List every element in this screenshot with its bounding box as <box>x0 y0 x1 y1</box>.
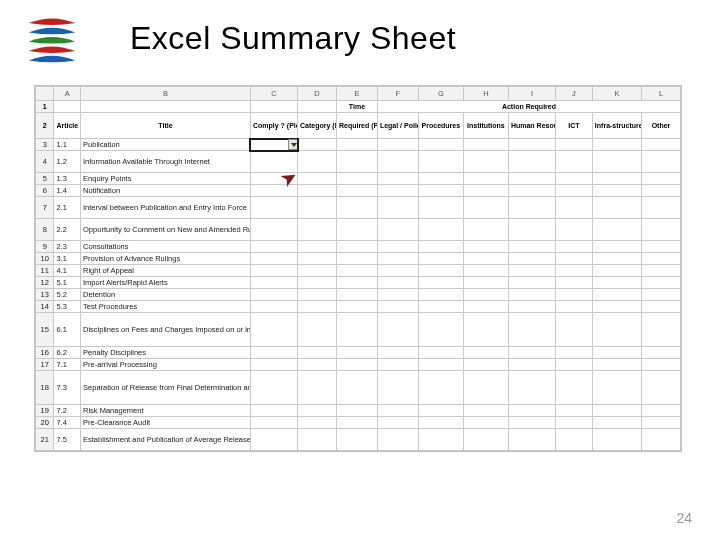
table-row: 114.1Right of Appeal <box>36 265 681 277</box>
table-row: 31.1Publication Fully Substantially Part… <box>36 139 681 151</box>
table-row: 177.1Pre-arrival Processing <box>36 359 681 371</box>
table-row: 207.4Pre-Clearance Audit <box>36 417 681 429</box>
col-L[interactable]: L <box>642 87 681 101</box>
col-F[interactable]: F <box>377 87 418 101</box>
page-number: 24 <box>676 510 692 526</box>
table-row: 103.1Provision of Advance Rulings <box>36 253 681 265</box>
hdr-infra: Infra-structure / Equipment <box>592 113 641 139</box>
active-cell-C3[interactable]: Fully Substantially Partially No Not App… <box>250 139 297 151</box>
table-row: 72.1Interval between Publication and Ent… <box>36 197 681 219</box>
col-C[interactable]: C <box>250 87 297 101</box>
hdr-title: Title <box>81 113 251 139</box>
hdr-comply: Comply ? (Pick One) <box>250 113 297 139</box>
table-row: 145.3Test Procedures <box>36 301 681 313</box>
hdr-legal: Legal / Policy <box>377 113 418 139</box>
hdr-institutions: Institutions <box>463 113 508 139</box>
table-row: 187.3Separation of Release from Final De… <box>36 371 681 405</box>
hdr-required: Required (Pick One) <box>336 113 377 139</box>
col-E[interactable]: E <box>336 87 377 101</box>
col-A[interactable]: A <box>54 87 81 101</box>
col-D[interactable]: D <box>298 87 337 101</box>
group-action-required: Action Required <box>377 101 680 113</box>
col-G[interactable]: G <box>418 87 463 101</box>
wto-logo <box>24 10 80 66</box>
table-row: 197.2Risk Management <box>36 405 681 417</box>
hdr-other: Other <box>642 113 681 139</box>
group-header-row: 1 Time Action Required <box>36 101 681 113</box>
hdr-procedures: Procedures <box>418 113 463 139</box>
table-row: 82.2Opportunity to Comment on New and Am… <box>36 219 681 241</box>
table-row: 41.2Information Available Through Intern… <box>36 151 681 173</box>
table-row: 92.3Consultations <box>36 241 681 253</box>
spreadsheet: A B C D E F G H I J K L 1 Time Action Re… <box>34 85 682 452</box>
row-head-1[interactable]: 1 <box>36 101 54 113</box>
table-row: 61.4Notification <box>36 185 681 197</box>
hdr-article: Article <box>54 113 81 139</box>
hdr-category: Category (Pick One) <box>298 113 337 139</box>
table-row: 51.3Enquiry Points <box>36 173 681 185</box>
slide-title: Excel Summary Sheet <box>130 20 690 57</box>
col-K[interactable]: K <box>592 87 641 101</box>
col-I[interactable]: I <box>508 87 555 101</box>
table-row: 217.5Establishment and Publication of Av… <box>36 429 681 451</box>
dropdown-button[interactable] <box>288 139 298 150</box>
row-head-2[interactable]: 2 <box>36 113 54 139</box>
col-B[interactable]: B <box>81 87 251 101</box>
table-row: 156.1Disciplines on Fees and Charges Imp… <box>36 313 681 347</box>
hdr-hr: Human Resources / Training <box>508 113 555 139</box>
col-H[interactable]: H <box>463 87 508 101</box>
column-header-row: 2 Article Title Comply ? (Pick One) Cate… <box>36 113 681 139</box>
corner-cell <box>36 87 54 101</box>
table-row: 125.1Import Alerts/Rapid Alerts <box>36 277 681 289</box>
table-row: 166.2Penalty Disciplines <box>36 347 681 359</box>
col-J[interactable]: J <box>556 87 593 101</box>
table-row: 135.2Detention <box>36 289 681 301</box>
dropdown-list[interactable]: Fully Substantially Partially No Not App… <box>250 150 297 151</box>
group-time: Time <box>336 101 377 113</box>
hdr-ict: ICT <box>556 113 593 139</box>
column-letters-row: A B C D E F G H I J K L <box>36 87 681 101</box>
